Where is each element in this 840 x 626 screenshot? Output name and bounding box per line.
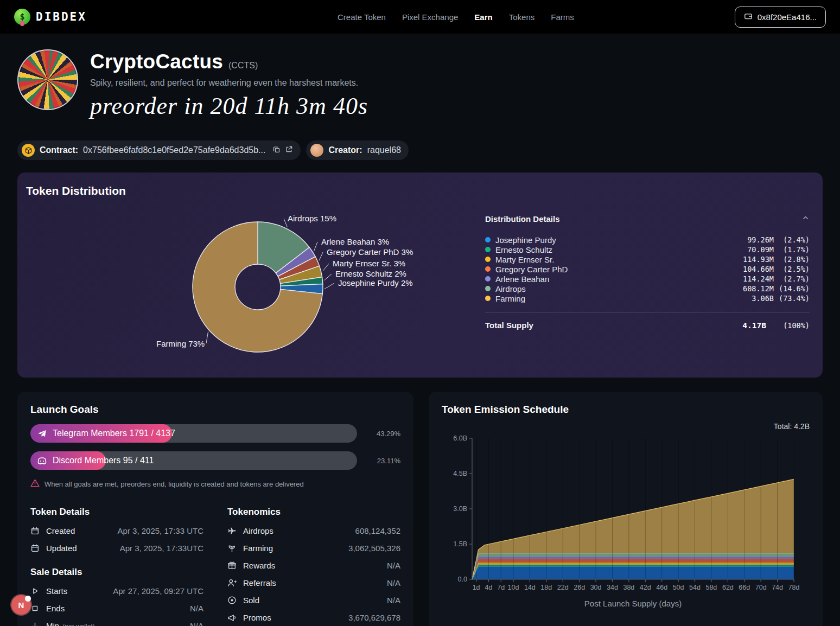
external-link-icon[interactable] bbox=[285, 145, 293, 156]
detail-row: CreatedApr 3, 2025, 17:33 UTC bbox=[30, 526, 203, 535]
creator-label: Creator: bbox=[328, 145, 362, 155]
nav-link-farms[interactable]: Farms bbox=[551, 12, 574, 22]
nav-link-create-token[interactable]: Create Token bbox=[338, 12, 386, 22]
emission-title: Token Emission Schedule bbox=[442, 404, 810, 416]
goal-percent: 43.29% bbox=[367, 430, 400, 438]
distribution-row: Josephine Purdy99.26M(2.4%) bbox=[485, 235, 810, 245]
detail-row: Min (per wallet)N/A bbox=[30, 621, 203, 626]
megaphone-icon bbox=[227, 613, 237, 622]
nav-link-earn[interactable]: Earn bbox=[474, 12, 492, 22]
discord-icon bbox=[37, 456, 47, 466]
svg-text:54d: 54d bbox=[689, 584, 701, 591]
svg-text:42d: 42d bbox=[640, 584, 651, 591]
token-distribution-card: Token Distribution Airdrops 15%Arlene Be… bbox=[17, 173, 823, 378]
distribution-row: Ernesto Schultz70.09M(1.7%) bbox=[485, 245, 810, 254]
wallet-button[interactable]: 0x8f20eEa416... bbox=[735, 7, 826, 28]
svg-text:78d: 78d bbox=[788, 584, 800, 591]
copy-icon[interactable] bbox=[272, 145, 281, 156]
legend-dot bbox=[485, 247, 491, 252]
emission-schedule-card: Token Emission Schedule Total: 4.2B 0.01… bbox=[429, 392, 823, 626]
svg-text:34d: 34d bbox=[607, 584, 618, 591]
svg-text:Marty Ernser Sr. 3%: Marty Ernser Sr. 3% bbox=[333, 259, 405, 268]
gift-icon bbox=[227, 561, 237, 570]
svg-text:4d: 4d bbox=[485, 584, 492, 591]
svg-text:58d: 58d bbox=[705, 584, 717, 591]
token-description: Spiky, resilient, and perfect for weathe… bbox=[90, 78, 368, 88]
token-avatar bbox=[17, 49, 78, 110]
brand[interactable]: $ DIBDEX bbox=[14, 9, 177, 25]
arrow-down-icon bbox=[30, 621, 40, 626]
wallet-icon bbox=[744, 12, 753, 21]
svg-text:0.0: 0.0 bbox=[458, 576, 467, 583]
svg-text:7d: 7d bbox=[497, 584, 505, 591]
distribution-row: Farming3.06B(73.4%) bbox=[485, 293, 810, 303]
svg-text:10d: 10d bbox=[508, 584, 519, 591]
svg-text:Ernesto Schultz 2%: Ernesto Schultz 2% bbox=[335, 269, 406, 278]
svg-text:6.0B: 6.0B bbox=[453, 435, 467, 442]
svg-text:Farming 73%: Farming 73% bbox=[156, 339, 205, 348]
svg-text:66d: 66d bbox=[739, 584, 750, 591]
emission-total: Total: 4.2B bbox=[442, 422, 810, 431]
legend-dot bbox=[485, 296, 491, 301]
total-supply-value: 4.17B bbox=[742, 321, 766, 330]
goals-note: When all goals are met, preorders end, l… bbox=[30, 478, 400, 489]
detail-row: ReferralsN/A bbox=[227, 578, 400, 587]
svg-text:Post Launch Supply (days): Post Launch Supply (days) bbox=[584, 599, 682, 608]
total-supply-pct: (100%) bbox=[766, 321, 810, 330]
svg-text:1.5B: 1.5B bbox=[453, 540, 467, 548]
chevron-up-icon[interactable] bbox=[801, 214, 810, 222]
top-navbar: $ DIBDEX Create TokenPixel ExchangeEarnT… bbox=[0, 0, 840, 34]
play-icon bbox=[30, 586, 40, 596]
token-header: CryptoCactus (CCTS) Spiky, resilient, an… bbox=[17, 49, 823, 120]
contract-badge[interactable]: Contract: 0x756fbee6fafd8c1e0f5ed2e75afe… bbox=[17, 140, 301, 160]
contract-label: Contract: bbox=[40, 145, 78, 155]
alert-icon bbox=[30, 478, 40, 488]
svg-text:22d: 22d bbox=[557, 584, 569, 591]
emission-area-chart: 0.01.5B3.0B4.5B6.0B1d4d7d10d14d18d22d26d… bbox=[442, 433, 810, 626]
detail-row: Airdrops608,124,352 bbox=[227, 526, 400, 535]
plane-icon bbox=[227, 526, 237, 535]
svg-text:Airdrops 15%: Airdrops 15% bbox=[288, 214, 336, 223]
distribution-row: Arlene Beahan114.24M(2.7%) bbox=[485, 274, 810, 284]
detail-row: UpdatedApr 3, 2025, 17:33UTC bbox=[30, 544, 203, 553]
external-icon[interactable] bbox=[285, 145, 293, 154]
launch-goals-card: Launch Goals Telegram Members 1791 / 413… bbox=[17, 392, 413, 626]
distribution-details-title: Distribution Details bbox=[485, 214, 560, 223]
goal-percent: 23.11% bbox=[367, 457, 400, 465]
detail-row: Farming3,062,505,326 bbox=[227, 544, 400, 553]
svg-text:62d: 62d bbox=[722, 584, 734, 591]
person-plus-icon bbox=[227, 578, 237, 587]
collapse-chevron-up-icon[interactable] bbox=[801, 214, 810, 224]
nav-link-tokens[interactable]: Tokens bbox=[509, 12, 535, 22]
nav-link-pixel-exchange[interactable]: Pixel Exchange bbox=[402, 12, 458, 22]
svg-text:46d: 46d bbox=[656, 584, 667, 591]
distribution-row: Airdrops608.12M(14.6%) bbox=[485, 284, 810, 293]
divider bbox=[485, 312, 810, 313]
svg-text:3.0B: 3.0B bbox=[453, 505, 467, 513]
legend-dot bbox=[485, 257, 491, 262]
creator-badge[interactable]: Creator: raquel68 bbox=[306, 140, 409, 160]
goal-row: Discord Members 95 / 41123.11% bbox=[30, 451, 400, 470]
launch-goals-title: Launch Goals bbox=[30, 404, 400, 416]
tokenomics-title: Tokenomics bbox=[227, 507, 400, 518]
token-details-title: Token Details bbox=[30, 507, 203, 518]
legend-dot bbox=[485, 266, 491, 272]
detail-row: Promos3,670,629,678 bbox=[227, 613, 400, 622]
cube-icon bbox=[24, 146, 33, 155]
dibdex-logo-icon: $ bbox=[14, 9, 30, 25]
token-name: CryptoCactus bbox=[90, 50, 223, 73]
copy-icon[interactable] bbox=[272, 145, 281, 154]
detail-row: StartsApr 27, 2025, 09:27 UTC bbox=[30, 586, 203, 596]
total-supply-row: Total Supply 4.17B (100%) bbox=[485, 321, 810, 330]
svg-text:74d: 74d bbox=[772, 584, 783, 591]
wallet-icon bbox=[744, 12, 753, 22]
detail-row: EndsN/A bbox=[30, 604, 203, 613]
telegram-icon bbox=[37, 429, 47, 439]
sale-details-title: Sale Details bbox=[30, 567, 203, 578]
goal-progress-bar: Discord Members 95 / 411 bbox=[30, 451, 357, 470]
sprout-icon bbox=[227, 544, 237, 553]
legend-dot bbox=[485, 276, 491, 282]
distribution-pie-chart: Airdrops 15%Arlene Beahan 3%Gregory Cart… bbox=[17, 173, 506, 378]
brand-name: DIBDEX bbox=[36, 10, 87, 23]
preorder-countdown: preorder in 20d 11h 3m 40s bbox=[90, 92, 368, 120]
